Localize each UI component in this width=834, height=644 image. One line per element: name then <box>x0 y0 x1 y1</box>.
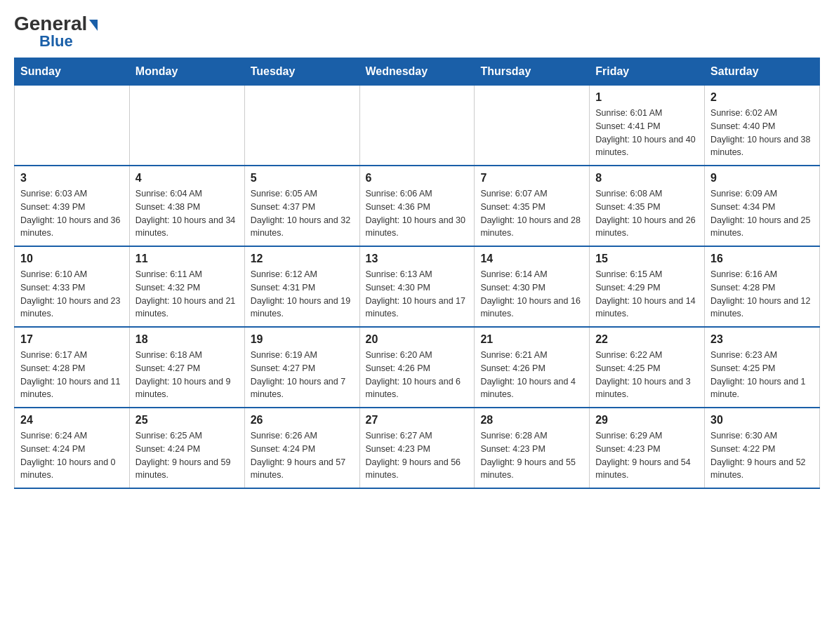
calendar-cell: 21Sunrise: 6:21 AMSunset: 4:26 PMDayligh… <box>475 327 590 408</box>
calendar-cell: 13Sunrise: 6:13 AMSunset: 4:30 PMDayligh… <box>359 246 475 327</box>
weekday-header-sunday: Sunday <box>15 58 130 86</box>
calendar-cell: 2Sunrise: 6:02 AMSunset: 4:40 PMDaylight… <box>705 86 820 166</box>
calendar-cell: 22Sunrise: 6:22 AMSunset: 4:25 PMDayligh… <box>590 327 705 408</box>
day-number: 14 <box>480 253 583 265</box>
calendar-cell: 6Sunrise: 6:06 AMSunset: 4:36 PMDaylight… <box>359 166 475 246</box>
day-number: 26 <box>251 414 354 427</box>
day-number: 10 <box>20 253 124 265</box>
weekday-header-wednesday: Wednesday <box>359 58 475 86</box>
logo-general-text: General <box>14 14 98 34</box>
day-number: 13 <box>366 253 469 265</box>
day-number: 17 <box>20 333 124 346</box>
day-number: 11 <box>135 253 239 265</box>
calendar-week-5: 24Sunrise: 6:24 AMSunset: 4:24 PMDayligh… <box>15 408 820 488</box>
day-info: Sunrise: 6:27 AMSunset: 4:23 PMDaylight:… <box>366 429 469 482</box>
day-info: Sunrise: 6:16 AMSunset: 4:28 PMDaylight:… <box>710 268 814 321</box>
calendar-cell: 19Sunrise: 6:19 AMSunset: 4:27 PMDayligh… <box>244 327 359 408</box>
day-info: Sunrise: 6:23 AMSunset: 4:25 PMDaylight:… <box>710 349 814 401</box>
day-number: 15 <box>595 253 699 265</box>
calendar-cell: 12Sunrise: 6:12 AMSunset: 4:31 PMDayligh… <box>244 246 359 327</box>
calendar-week-2: 3Sunrise: 6:03 AMSunset: 4:39 PMDaylight… <box>15 166 820 246</box>
weekday-header-row: SundayMondayTuesdayWednesdayThursdayFrid… <box>15 58 820 86</box>
day-info: Sunrise: 6:15 AMSunset: 4:29 PMDaylight:… <box>595 268 699 321</box>
calendar-cell: 14Sunrise: 6:14 AMSunset: 4:30 PMDayligh… <box>475 246 590 327</box>
calendar-cell: 5Sunrise: 6:05 AMSunset: 4:37 PMDaylight… <box>244 166 359 246</box>
calendar-cell: 17Sunrise: 6:17 AMSunset: 4:28 PMDayligh… <box>15 327 130 408</box>
day-info: Sunrise: 6:12 AMSunset: 4:31 PMDaylight:… <box>251 268 354 321</box>
day-info: Sunrise: 6:18 AMSunset: 4:27 PMDaylight:… <box>135 349 239 401</box>
calendar-week-4: 17Sunrise: 6:17 AMSunset: 4:28 PMDayligh… <box>15 327 820 408</box>
calendar-cell: 1Sunrise: 6:01 AMSunset: 4:41 PMDaylight… <box>590 86 705 166</box>
day-info: Sunrise: 6:05 AMSunset: 4:37 PMDaylight:… <box>251 187 354 240</box>
calendar-cell: 11Sunrise: 6:11 AMSunset: 4:32 PMDayligh… <box>129 246 244 327</box>
weekday-header-thursday: Thursday <box>475 58 590 86</box>
day-info: Sunrise: 6:02 AMSunset: 4:40 PMDaylight:… <box>710 107 814 159</box>
day-info: Sunrise: 6:22 AMSunset: 4:25 PMDaylight:… <box>595 349 699 401</box>
day-number: 27 <box>366 414 469 427</box>
weekday-header-saturday: Saturday <box>705 58 820 86</box>
logo-blue-text: Blue <box>39 32 73 51</box>
day-number: 1 <box>595 91 699 104</box>
day-number: 16 <box>710 253 814 265</box>
day-info: Sunrise: 6:11 AMSunset: 4:32 PMDaylight:… <box>135 268 239 321</box>
day-info: Sunrise: 6:03 AMSunset: 4:39 PMDaylight:… <box>20 187 124 240</box>
calendar-cell: 4Sunrise: 6:04 AMSunset: 4:38 PMDaylight… <box>129 166 244 246</box>
calendar-cell: 25Sunrise: 6:25 AMSunset: 4:24 PMDayligh… <box>129 408 244 488</box>
day-info: Sunrise: 6:20 AMSunset: 4:26 PMDaylight:… <box>366 349 469 401</box>
calendar-cell: 28Sunrise: 6:28 AMSunset: 4:23 PMDayligh… <box>475 408 590 488</box>
day-number: 9 <box>710 172 814 185</box>
calendar-cell: 9Sunrise: 6:09 AMSunset: 4:34 PMDaylight… <box>705 166 820 246</box>
calendar-cell <box>129 86 244 166</box>
calendar-cell: 27Sunrise: 6:27 AMSunset: 4:23 PMDayligh… <box>359 408 475 488</box>
calendar-cell: 18Sunrise: 6:18 AMSunset: 4:27 PMDayligh… <box>129 327 244 408</box>
page-header: General Blue <box>14 14 820 51</box>
day-number: 4 <box>135 172 239 185</box>
day-number: 8 <box>595 172 699 185</box>
calendar-cell: 24Sunrise: 6:24 AMSunset: 4:24 PMDayligh… <box>15 408 130 488</box>
day-info: Sunrise: 6:17 AMSunset: 4:28 PMDaylight:… <box>20 349 124 401</box>
day-info: Sunrise: 6:14 AMSunset: 4:30 PMDaylight:… <box>480 268 583 321</box>
calendar-cell: 8Sunrise: 6:08 AMSunset: 4:35 PMDaylight… <box>590 166 705 246</box>
day-info: Sunrise: 6:08 AMSunset: 4:35 PMDaylight:… <box>595 187 699 240</box>
day-info: Sunrise: 6:06 AMSunset: 4:36 PMDaylight:… <box>366 187 469 240</box>
calendar-cell: 7Sunrise: 6:07 AMSunset: 4:35 PMDaylight… <box>475 166 590 246</box>
calendar-table: SundayMondayTuesdayWednesdayThursdayFrid… <box>14 58 820 489</box>
day-number: 5 <box>251 172 354 185</box>
calendar-cell <box>15 86 130 166</box>
day-info: Sunrise: 6:26 AMSunset: 4:24 PMDaylight:… <box>251 429 354 482</box>
day-number: 28 <box>480 414 583 427</box>
calendar-cell: 3Sunrise: 6:03 AMSunset: 4:39 PMDaylight… <box>15 166 130 246</box>
day-info: Sunrise: 6:28 AMSunset: 4:23 PMDaylight:… <box>480 429 583 482</box>
day-number: 24 <box>20 414 124 427</box>
day-number: 2 <box>710 91 814 104</box>
day-info: Sunrise: 6:10 AMSunset: 4:33 PMDaylight:… <box>20 268 124 321</box>
calendar-cell: 16Sunrise: 6:16 AMSunset: 4:28 PMDayligh… <box>705 246 820 327</box>
weekday-header-friday: Friday <box>590 58 705 86</box>
calendar-cell: 30Sunrise: 6:30 AMSunset: 4:22 PMDayligh… <box>705 408 820 488</box>
day-number: 7 <box>480 172 583 185</box>
day-info: Sunrise: 6:04 AMSunset: 4:38 PMDaylight:… <box>135 187 239 240</box>
day-info: Sunrise: 6:24 AMSunset: 4:24 PMDaylight:… <box>20 429 124 482</box>
day-number: 30 <box>710 414 814 427</box>
day-info: Sunrise: 6:07 AMSunset: 4:35 PMDaylight:… <box>480 187 583 240</box>
calendar-cell: 29Sunrise: 6:29 AMSunset: 4:23 PMDayligh… <box>590 408 705 488</box>
calendar-cell: 10Sunrise: 6:10 AMSunset: 4:33 PMDayligh… <box>15 246 130 327</box>
calendar-cell <box>244 86 359 166</box>
day-number: 29 <box>595 414 699 427</box>
day-info: Sunrise: 6:19 AMSunset: 4:27 PMDaylight:… <box>251 349 354 401</box>
calendar-cell <box>475 86 590 166</box>
logo: General Blue <box>14 14 98 51</box>
day-number: 23 <box>710 333 814 346</box>
weekday-header-tuesday: Tuesday <box>244 58 359 86</box>
day-number: 6 <box>366 172 469 185</box>
calendar-body: 1Sunrise: 6:01 AMSunset: 4:41 PMDaylight… <box>15 86 820 489</box>
day-info: Sunrise: 6:13 AMSunset: 4:30 PMDaylight:… <box>366 268 469 321</box>
day-info: Sunrise: 6:25 AMSunset: 4:24 PMDaylight:… <box>135 429 239 482</box>
weekday-header-monday: Monday <box>129 58 244 86</box>
calendar-week-1: 1Sunrise: 6:01 AMSunset: 4:41 PMDaylight… <box>15 86 820 166</box>
day-number: 19 <box>251 333 354 346</box>
day-number: 3 <box>20 172 124 185</box>
day-number: 22 <box>595 333 699 346</box>
day-info: Sunrise: 6:01 AMSunset: 4:41 PMDaylight:… <box>595 107 699 159</box>
calendar-cell: 15Sunrise: 6:15 AMSunset: 4:29 PMDayligh… <box>590 246 705 327</box>
